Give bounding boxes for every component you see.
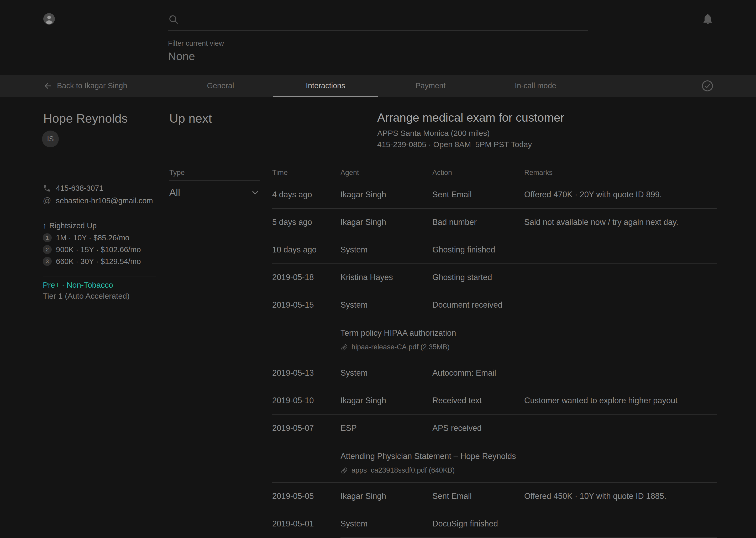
table-row: 10 days ago System Ghosting finished <box>272 236 717 263</box>
cell-time: 10 days ago <box>272 245 341 254</box>
cell-action: Received text <box>432 396 524 405</box>
phone-icon <box>43 184 51 192</box>
cell-action: Ghosting finished <box>432 245 524 254</box>
table-row: 4 days ago Ikagar Singh Sent Email Offer… <box>272 181 717 208</box>
divider <box>341 537 717 538</box>
attachment-block: Term policy HIPAA authorization hipaa-re… <box>272 319 717 359</box>
filter-value[interactable]: None <box>168 50 195 63</box>
cell-agent: Ikagar Singh <box>341 492 432 501</box>
quote-option-row: 2 900K · 15Y · $102.66/mo <box>43 244 158 254</box>
agent-initials-badge: IS <box>42 131 59 147</box>
col-header-agent: Agent <box>341 169 432 177</box>
tab-payment[interactable]: Payment <box>378 75 483 97</box>
arrow-up-icon: ↑ <box>43 221 47 230</box>
cell-remarks: Offered 450K · 10Y with quote ID 1885. <box>524 492 717 501</box>
attachment-file-link[interactable]: hipaa-release-CA.pdf (2.35MB) <box>341 343 717 351</box>
rightsized-up-header: ↑ Rightsized Up <box>43 221 97 230</box>
phone-row: 415-638-3071 <box>43 184 158 192</box>
interaction-table: Time Agent Action Remarks 4 days ago Ika… <box>272 166 717 538</box>
quote-option-text: 660K · 30Y · $129.54/mo <box>56 257 141 266</box>
cell-action: Ghosting started <box>432 273 524 282</box>
rate-class: Pre+ · Non-Tobacco <box>43 281 113 290</box>
paperclip-icon <box>341 344 348 351</box>
attachment-title: Term policy HIPAA authorization <box>341 328 717 338</box>
cell-action: Sent Email <box>432 492 524 501</box>
table-row: 2019-05-15 System Document received <box>272 291 717 319</box>
cell-time: 2019-05-05 <box>272 492 341 501</box>
type-filter-value: All <box>169 187 180 198</box>
attachment-block: Attending Physician Statement – Hope Rey… <box>272 442 717 482</box>
tab-strip: General Interactions Payment In-call mod… <box>168 75 588 97</box>
search-underline <box>168 30 588 31</box>
customer-phone: 415-638-3071 <box>56 184 103 192</box>
cell-remarks: Offered 470K · 20Y with quote ID 899. <box>524 190 717 199</box>
cell-agent: ESP <box>341 423 432 433</box>
cell-time: 4 days ago <box>272 190 341 199</box>
search-icon <box>168 14 179 25</box>
quote-option-text: 1M · 10Y · $85.26/mo <box>56 234 129 242</box>
cell-remarks: Said not available now / try again next … <box>524 218 717 227</box>
cell-time: 2019-05-01 <box>272 519 341 528</box>
task-subtitle: APPS Santa Monica (200 miles) <box>377 129 490 138</box>
top-bar: Filter current view None <box>0 0 756 75</box>
cell-agent: System <box>341 300 432 310</box>
cell-action: Autocomm: Email <box>432 368 524 378</box>
notifications-bell-icon[interactable] <box>701 13 714 25</box>
cell-agent: System <box>341 368 432 378</box>
arrow-left-icon <box>43 81 52 90</box>
cell-action: Sent Email <box>432 190 524 199</box>
cell-action: Document received <box>432 300 524 310</box>
cell-agent: System <box>341 245 432 254</box>
search-input[interactable] <box>184 15 588 25</box>
attachment-file-link[interactable]: apps_ca23918ssdf0.pdf (640KB) <box>341 466 717 474</box>
check-circle-icon[interactable] <box>701 80 714 92</box>
type-filter-select[interactable]: All <box>169 187 260 198</box>
table-header-row: Time Agent Action Remarks <box>272 166 717 181</box>
customer-name: Hope Reynolds <box>43 111 127 126</box>
task-detail: 415-239-0805 · Open 8AM–5PM PST Today <box>377 140 532 149</box>
table-row: 5 days ago Ikagar Singh Bad number Said … <box>272 209 717 236</box>
rightsized-up-label: Rightsized Up <box>49 221 97 230</box>
cell-agent: Ikagar Singh <box>341 190 432 199</box>
up-next-title: Up next <box>169 111 212 126</box>
quote-option-text: 900K · 15Y · $102.66/mo <box>56 245 141 254</box>
table-row: 2019-05-13 System Autocomm: Email <box>272 359 717 387</box>
option-number-badge: 2 <box>43 245 52 254</box>
cell-remarks: Customer wanted to explore higher payout <box>524 396 717 405</box>
table-row: 2019-05-18 Kristina Hayes Ghosting start… <box>272 264 717 291</box>
cell-action: APS received <box>432 423 524 433</box>
at-sign-icon: @ <box>43 196 51 205</box>
table-row: 2019-05-07 ESP APS received <box>272 414 717 442</box>
filter-current-view-label: Filter current view <box>168 39 224 48</box>
divider <box>43 180 156 180</box>
option-number-badge: 3 <box>43 257 52 266</box>
customer-email: sebastien-hr105@gmail.com <box>56 196 153 205</box>
back-link-label: Back to Ikagar Singh <box>57 81 127 90</box>
attachment-filename: hipaa-release-CA.pdf (2.35MB) <box>352 343 450 351</box>
paperclip-icon <box>341 467 348 474</box>
cell-time: 2019-05-15 <box>272 300 341 310</box>
option-number-badge: 1 <box>43 233 52 242</box>
table-row: 2019-05-05 Ikagar Singh Sent Email Offer… <box>272 483 717 510</box>
chevron-down-icon <box>251 188 260 197</box>
type-filter-label: Type <box>169 169 185 177</box>
tab-general[interactable]: General <box>168 75 273 97</box>
cell-time: 2019-05-18 <box>272 273 341 282</box>
tab-in-call-mode[interactable]: In-call mode <box>483 75 588 97</box>
cell-agent: Ikagar Singh <box>341 396 432 405</box>
cell-time: 2019-05-13 <box>272 368 341 378</box>
user-avatar-icon[interactable] <box>43 13 55 25</box>
cell-action: DocuSign finished <box>432 519 524 528</box>
record-nav-bar: Back to Ikagar Singh General Interaction… <box>0 75 756 97</box>
email-row: @ sebastien-hr105@gmail.com <box>43 196 158 205</box>
table-row: 2019-05-10 Ikagar Singh Received text Cu… <box>272 387 717 414</box>
cell-time: 2019-05-10 <box>272 396 341 405</box>
tab-interactions[interactable]: Interactions <box>273 75 378 97</box>
cell-agent: System <box>341 519 432 528</box>
cell-time: 2019-05-07 <box>272 423 341 433</box>
cell-agent: Kristina Hayes <box>341 273 432 282</box>
type-filter-underline <box>169 180 260 181</box>
quote-option-row: 3 660K · 30Y · $129.54/mo <box>43 256 158 266</box>
back-link[interactable]: Back to Ikagar Singh <box>43 75 127 97</box>
col-header-remarks: Remarks <box>524 169 717 177</box>
